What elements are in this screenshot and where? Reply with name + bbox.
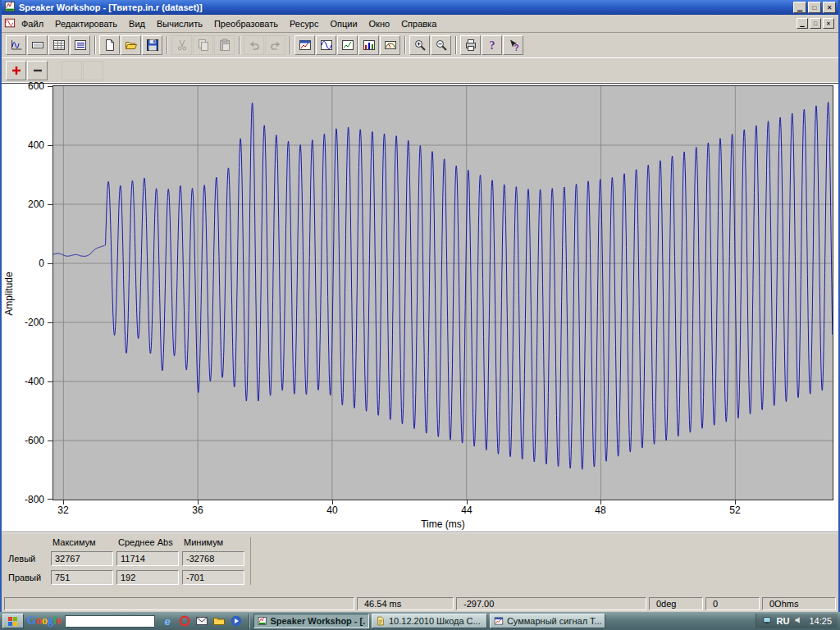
x-tick-label: 32: [57, 504, 68, 516]
language-indicator[interactable]: RU: [777, 616, 790, 626]
toolbar-separator: [455, 36, 457, 54]
barchart-icon: [363, 39, 376, 52]
menu-item-window[interactable]: Окно: [363, 16, 396, 31]
chartwin-icon: [494, 616, 504, 626]
stats-header-maximum: Максимум: [51, 537, 113, 547]
open-button[interactable]: [121, 35, 141, 55]
appmini-icon: [258, 616, 267, 626]
menu-items: ФайлРедактироватьВидВычислитьПреобразова…: [16, 16, 797, 31]
task-label: Speaker Workshop - [...: [270, 616, 365, 626]
menu-item-help[interactable]: Справка: [395, 16, 442, 31]
taskbar-task-1[interactable]: 10.12.2010 Шкода С...: [372, 614, 487, 628]
help-button[interactable]: ?: [482, 35, 502, 55]
none-icon: [87, 64, 100, 77]
stat-right-minimum: -701: [182, 570, 244, 585]
start-button[interactable]: [2, 614, 24, 628]
x-tick-label: 44: [461, 504, 472, 516]
y-tick-label: 400: [28, 139, 44, 151]
meter-button[interactable]: [380, 35, 400, 55]
quicklaunch-mail[interactable]: [194, 614, 209, 628]
task-buttons: Speaker Workshop - [...10.12.2010 Шкода …: [253, 614, 605, 628]
appmini-icon: [4, 1, 16, 12]
copy-button: [193, 35, 213, 55]
bar-chart-button[interactable]: [358, 35, 379, 55]
list-view-button[interactable]: [70, 35, 90, 55]
save-button[interactable]: [142, 35, 162, 55]
cells-icon: [74, 39, 87, 52]
waveform-plot[interactable]: [52, 85, 833, 500]
remove-button[interactable]: [27, 61, 48, 80]
x-tick-label: 36: [192, 504, 203, 516]
clock: 14:25: [809, 616, 832, 626]
quicklaunch-internet-explorer[interactable]: e: [160, 614, 175, 628]
taskbar-task-2[interactable]: Суммарный сигнал Т...: [490, 614, 605, 628]
none-icon: [66, 64, 79, 77]
quick-launch-bar: e: [158, 614, 245, 628]
datasheet-view-button[interactable]: [27, 35, 48, 55]
add-button[interactable]: [6, 61, 26, 80]
table-view-button[interactable]: [48, 35, 69, 55]
stats-panel: Максимум Среднее Abs Минимум Левый 32767…: [2, 532, 838, 596]
close-button[interactable]: ✕: [823, 2, 836, 13]
context-help-button[interactable]: ?: [503, 35, 523, 55]
menu-item-calculate[interactable]: Вычислить: [151, 16, 208, 31]
zoom-in-button[interactable]: [409, 35, 430, 55]
menu-item-file[interactable]: Файл: [16, 16, 49, 31]
menu-item-transform[interactable]: Преобразовать: [208, 16, 284, 31]
restore-button[interactable]: □: [808, 2, 821, 13]
sine-icon: [320, 39, 333, 52]
chart-area: Amplitude 6004002000-200-400-600-800 323…: [2, 83, 838, 532]
x-tick-label: 40: [326, 504, 337, 516]
monitor-tray-icon: [762, 615, 772, 627]
menu-item-options[interactable]: Опции: [324, 16, 363, 31]
chart-window-button[interactable]: [294, 35, 315, 55]
y-axis-tick-labels: 6004002000-200-400-600-800: [2, 86, 46, 500]
child-window-controls: ▁ □ ✕: [797, 18, 834, 29]
quicklaunch-opera[interactable]: [177, 614, 192, 628]
menu-item-view[interactable]: Вид: [123, 16, 151, 31]
zoom-out-button[interactable]: [431, 35, 451, 55]
paste-button: [214, 35, 235, 55]
stat-right-maximum: 751: [51, 570, 113, 585]
toolbar-separator: [94, 36, 96, 54]
paste-icon: [218, 39, 231, 52]
google-search-input[interactable]: [65, 615, 155, 628]
status-cell-4: 0: [705, 597, 760, 610]
toolbar-separator: [239, 36, 240, 54]
child-close-button[interactable]: ✕: [823, 18, 834, 29]
minimize-button[interactable]: ▁: [793, 2, 806, 13]
save-icon: [146, 39, 159, 52]
startlogo-icon: [7, 614, 20, 628]
menu-item-resource[interactable]: Ресурс: [284, 16, 324, 31]
status-bar: 46.54 ms-297.000deg00Ohms: [2, 596, 838, 612]
blank-button-2: [83, 61, 103, 80]
meter-icon: [384, 39, 397, 52]
mailq-icon: [195, 614, 208, 628]
y-tick-label: 200: [28, 199, 44, 210]
child-restore-button[interactable]: □: [810, 18, 821, 29]
folderq-icon: [212, 614, 226, 628]
cut-button: [171, 35, 192, 55]
redo-icon: [269, 39, 282, 52]
chart-view-button[interactable]: [6, 35, 26, 55]
monitor-icon: [762, 615, 772, 625]
taskbar-task-0[interactable]: Speaker Workshop - [...: [253, 614, 369, 628]
child-minimize-button[interactable]: ▁: [797, 18, 808, 29]
stat-left-maximum: 32767: [51, 551, 113, 566]
new-button[interactable]: [99, 35, 120, 55]
x-axis-tick-labels: 323640444852: [53, 504, 833, 517]
menu-bar: ФайлРедактироватьВидВычислитьПреобразова…: [2, 15, 838, 33]
signal-chart-button[interactable]: [316, 35, 336, 55]
y-tick-label: 600: [28, 80, 44, 92]
quicklaunch-media-player[interactable]: [229, 614, 244, 628]
print-button[interactable]: [460, 35, 481, 55]
menu-item-edit[interactable]: Редактировать: [49, 16, 123, 31]
stat-left-minimum: -32768: [182, 551, 244, 566]
toolbar-separator: [290, 36, 291, 54]
help-icon: ?: [486, 39, 499, 52]
taskbar: Google e Speaker Workshop - [...10.12.20…: [0, 612, 840, 630]
table-icon: [52, 39, 66, 52]
linechart-icon: [341, 39, 354, 52]
quicklaunch-folder[interactable]: [212, 614, 226, 628]
line-chart-button[interactable]: [337, 35, 358, 55]
